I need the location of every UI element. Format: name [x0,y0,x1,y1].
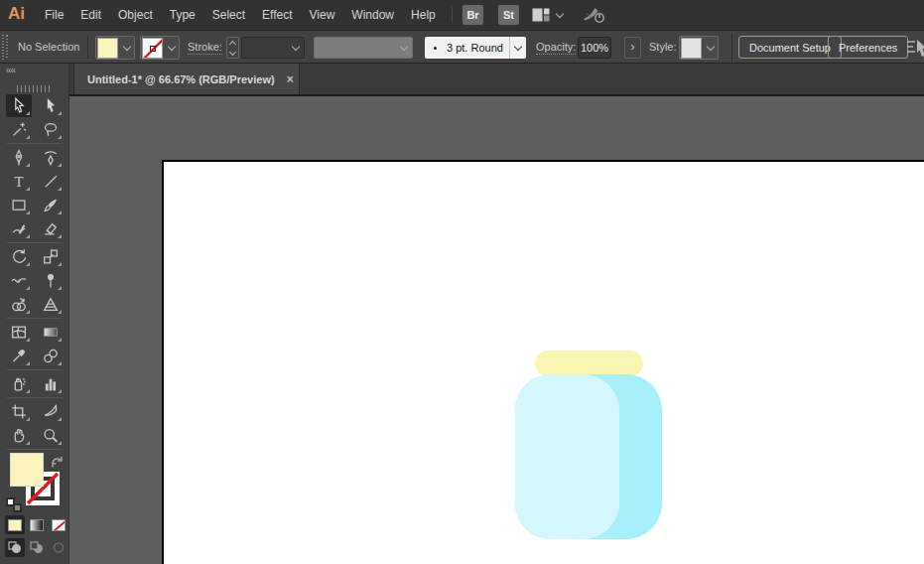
draw-inside-button[interactable] [49,538,68,557]
document-setup-button[interactable]: Document Setup [738,36,842,59]
eyedropper-tool[interactable] [6,345,32,367]
variable-width-profile-dropdown[interactable] [314,37,413,59]
blend-icon [42,348,60,364]
workspace-switcher[interactable] [532,8,563,22]
menu-help[interactable]: Help [411,8,436,22]
gradient-button[interactable] [27,515,47,534]
tool-group-divider [7,318,63,319]
menu-edit[interactable]: Edit [80,8,101,22]
menu-items: File Edit Object Type Select Effect View… [45,0,436,30]
swap-fill-stroke-icon[interactable] [50,454,65,472]
workspace-layout-icon [532,8,550,22]
puppet-warp-tool[interactable] [38,269,64,292]
stroke-color-dropdown[interactable] [140,36,180,60]
preferences-button[interactable]: Preferences [828,36,908,59]
hand-tool[interactable] [6,424,32,447]
color-button[interactable] [5,515,25,534]
collapse-panel-icon[interactable]: «« [6,65,15,75]
tool-row: T [0,169,69,193]
panel-grip[interactable] [17,85,53,92]
lasso-tool[interactable] [38,118,64,141]
menu-file[interactable]: File [45,8,64,22]
symbol-sprayer-tool[interactable] [6,372,32,395]
artboard[interactable] [162,160,924,564]
bridge-button[interactable]: Br [462,5,483,25]
magic-wand-icon [10,121,28,138]
scale-tool[interactable] [38,245,64,268]
menu-window[interactable]: Window [351,8,394,22]
line-segment-tool[interactable] [38,170,64,193]
jar-highlight-shape[interactable] [515,374,619,539]
direct-selection-icon [42,97,60,114]
fill-proxy-swatch[interactable] [10,453,44,487]
stroke-none-swatch[interactable] [142,38,163,59]
rotate-tool[interactable] [6,245,32,268]
width-icon [10,272,28,289]
paintbrush-tool[interactable] [38,194,64,216]
pen-icon [10,149,28,166]
menu-object[interactable]: Object [118,8,153,22]
menu-type[interactable]: Type [170,8,196,22]
tool-row [0,423,69,447]
brush-dropdown-chevron[interactable] [509,37,526,59]
selection-tool[interactable] [6,94,32,117]
gpu-performance-icon[interactable] [580,5,607,29]
tool-row [0,93,69,117]
menu-separator [452,7,453,23]
perspective-grid-tool[interactable] [38,293,64,316]
rectangle-tool[interactable] [6,194,32,216]
draw-normal-button[interactable] [5,538,25,557]
gradient-tool[interactable] [38,321,64,344]
jar-lid-shape[interactable] [535,351,643,376]
opacity-input[interactable]: 100% [578,37,611,59]
shape-builder-tool[interactable] [6,293,32,316]
tool-row [0,344,69,367]
default-fill-stroke-icon[interactable] [6,497,22,512]
canvas-area[interactable] [69,96,924,564]
curvature-tool[interactable] [38,146,64,169]
type-tool[interactable]: T [6,170,32,193]
direct-selection-tool[interactable] [38,94,64,117]
width-tool[interactable] [6,269,32,292]
fill-color-dropdown[interactable] [95,36,135,60]
menu-view[interactable]: View [310,8,335,22]
isolate-selection-icon[interactable] [905,38,924,62]
fill-stroke-cluster [0,451,69,564]
color-swatch [8,519,22,531]
opacity-options-button[interactable]: › [624,37,641,59]
stroke-weight-dropdown[interactable] [241,37,305,59]
blend-tool[interactable] [38,345,64,367]
opacity-label[interactable]: Opacity: [536,41,576,55]
column-graph-tool[interactable] [38,372,64,395]
mesh-tool[interactable] [6,321,32,344]
eraser-tool[interactable] [38,217,64,240]
stroke-weight-stepper[interactable] [226,37,239,59]
symbol-sprayer-icon [10,375,28,392]
stepper-down-icon[interactable] [229,48,236,55]
menu-select[interactable]: Select [212,8,245,22]
slice-tool[interactable] [38,400,64,423]
close-icon[interactable]: × [287,73,294,85]
zoom-tool[interactable] [38,424,64,447]
style-swatch[interactable] [681,38,702,59]
stepper-up-icon[interactable] [229,40,236,47]
control-bar-grip[interactable] [2,35,8,60]
none-button[interactable] [49,515,68,534]
gradient-icon [42,324,60,341]
document-tab[interactable]: Untitled-1* @ 66.67% (RGB/Preview) × [73,64,300,94]
divider [87,36,88,59]
brush-definition-dropdown[interactable]: 3 pt. Round [425,37,526,59]
tools-grid: T [0,93,69,451]
menu-effect[interactable]: Effect [262,8,292,22]
tool-group-divider [7,397,63,398]
fill-swatch[interactable] [97,38,118,59]
eyedropper-icon [10,348,28,364]
draw-behind-button[interactable] [27,538,47,557]
shaper-tool[interactable] [6,217,32,240]
magic-wand-tool[interactable] [6,118,32,141]
pen-tool[interactable] [6,146,32,169]
style-dropdown[interactable] [679,36,719,60]
stock-button[interactable]: St [498,5,519,25]
artboard-tool[interactable] [6,400,32,423]
stroke-label[interactable]: Stroke: [188,41,222,55]
